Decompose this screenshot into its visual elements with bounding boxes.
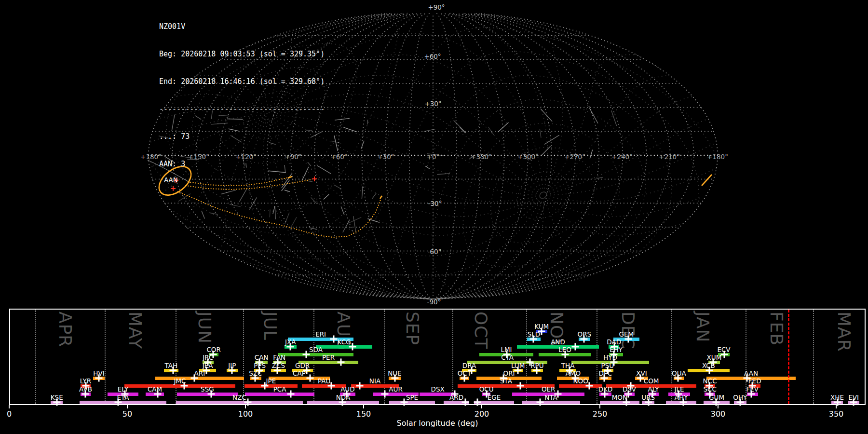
shower-label-sda: SDA: [309, 346, 323, 353]
shower-peak-lmi: [503, 351, 510, 358]
x-tick-200: [481, 405, 482, 408]
shower-peak-cam: [154, 391, 162, 398]
month-label-sep: SEP: [403, 312, 422, 345]
shower-peak-ssg: [208, 391, 215, 398]
shower-peak-jpe: [261, 382, 269, 390]
x-tick-label-300: 300: [711, 409, 726, 419]
shower-peak-dpc: [600, 375, 608, 382]
shower-peak-spe: [400, 399, 407, 406]
shower-peak-cap: [306, 375, 313, 382]
shower-peak-kcg: [349, 343, 356, 351]
shower-peak-nda: [339, 399, 346, 406]
shower-peak-tha: [566, 367, 573, 374]
x-tick-label-100: 100: [238, 409, 253, 419]
shower-peak-nzc: [244, 399, 251, 406]
shower-peak-amo: [572, 375, 579, 382]
current-sol-line: [788, 310, 789, 404]
shower-peak-kum: [538, 328, 545, 335]
shower-peak-psu: [604, 367, 611, 374]
shower-peak-xum: [710, 359, 717, 366]
shower-peak-aur: [381, 391, 389, 398]
shower-peak-fev: [748, 391, 755, 398]
x-tick-label-150: 150: [356, 409, 371, 419]
x-tick-label-50: 50: [122, 409, 132, 419]
month-boundary-nov: [526, 310, 527, 404]
shower-peak-ohy: [737, 399, 744, 406]
radiant-map-screen: AAN+90°+60°+30°-30°-60°-90°+180°+150°+12…: [0, 0, 868, 434]
shower-peak-eri: [330, 336, 337, 343]
shower-peak-oer: [554, 391, 561, 398]
x-axis-title: Solar longitude (deg): [9, 419, 866, 428]
month-boundary-dec: [597, 310, 597, 404]
shower-peak-leo: [562, 351, 569, 358]
shower-peak-dsv: [624, 391, 632, 398]
month-boundary-jun: [176, 310, 176, 404]
shower-peak-ncc: [705, 382, 713, 390]
x-tick-label-250: 250: [593, 409, 608, 419]
shower-peak-qua: [674, 375, 681, 382]
shower-label-and: AND: [551, 338, 565, 346]
month-label-may: MAY: [125, 312, 145, 349]
shower-label-oer: OER: [542, 385, 556, 393]
month-label-feb: FEB: [767, 312, 787, 346]
shower-label-aur: AUR: [389, 385, 403, 393]
shower-peak-szc: [252, 375, 259, 382]
shower-peak-mon: [623, 399, 630, 406]
shower-peak-can: [256, 359, 263, 366]
shower-peak-gem: [624, 336, 632, 343]
shower-peak-zcs: [274, 367, 281, 374]
shower-peak-nia: [356, 382, 364, 390]
shower-peak-dsx: [451, 391, 459, 398]
shower-peak-jip: [229, 367, 236, 374]
shower-peak-per: [338, 359, 345, 366]
shower-peak-xcb: [705, 367, 713, 374]
shower-peak-ori: [500, 375, 507, 382]
shower-peak-ecv: [721, 351, 728, 358]
shower-peak-ors: [581, 336, 588, 343]
month-boundary-may: [105, 310, 106, 404]
shower-peak-sta: [516, 382, 524, 390]
shower-peak-cta: [527, 359, 534, 366]
shower-peak-rpu: [533, 367, 541, 374]
shower-peak-ard: [462, 399, 469, 406]
shower-peak-ahy: [680, 399, 687, 406]
shower-peak-kse: [54, 399, 61, 406]
x-tick-label-200: 200: [475, 409, 489, 419]
shower-peak-ari: [191, 375, 198, 382]
shower-peak-fan: [274, 359, 282, 366]
x-tick-50: [127, 405, 128, 408]
shower-peak-jmc: [181, 382, 188, 390]
x-tick-150: [363, 405, 364, 408]
x-tick-label-350: 350: [829, 409, 844, 419]
shower-peak-urs: [645, 399, 652, 406]
month-label-mar: MAR: [834, 312, 854, 352]
shower-label-spe: SPE: [406, 393, 418, 401]
shower-peak-sld: [529, 336, 537, 343]
shower-peak-hvi: [95, 375, 103, 382]
shower-peak-ehy: [610, 351, 617, 358]
shower-peak-xhe: [834, 399, 841, 406]
shower-peak-oct: [461, 375, 468, 382]
shower-label-per: PER: [322, 353, 335, 361]
month-boundary-jul: [243, 310, 244, 404]
shower-peak-nue: [392, 375, 399, 382]
x-tick-label-0: 0: [7, 409, 12, 419]
shower-peak-gdr: [303, 367, 310, 374]
shower-peak-jea: [203, 367, 210, 374]
month-label-jun: JUN: [195, 312, 215, 344]
shower-peak-nta: [537, 399, 544, 406]
month-label-jan: JAN: [693, 312, 713, 343]
shower-peak-lum: [515, 367, 522, 374]
shower-peak-aan: [743, 375, 750, 382]
shower-peak-dad: [610, 343, 618, 351]
x-tick-0: [9, 405, 10, 408]
month-boundary-apr: [35, 310, 36, 404]
shower-peak-aly: [649, 391, 656, 398]
x-tick-250: [599, 405, 600, 408]
shower-peak-hyd: [610, 359, 617, 366]
month-boundary-aug: [313, 310, 314, 404]
shower-label-pca: PCA: [273, 385, 286, 393]
shower-peak-ely: [122, 391, 129, 398]
shower-peak-fed: [749, 382, 756, 390]
shower-label-com: COM: [644, 377, 659, 385]
